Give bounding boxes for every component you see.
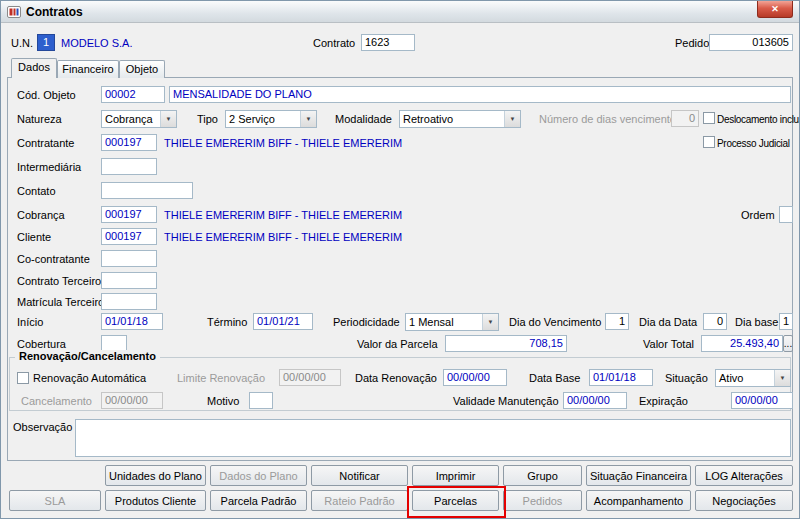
pedido-field[interactable]: 013605 bbox=[709, 34, 793, 51]
contato-label: Contato bbox=[17, 183, 56, 200]
motivo-field[interactable] bbox=[249, 392, 273, 409]
valor-parcela-field[interactable]: 708,15 bbox=[445, 335, 567, 352]
intermediaria-field[interactable] bbox=[101, 158, 157, 175]
situacao-select[interactable]: Ativo bbox=[715, 369, 791, 387]
pedidos-button[interactable]: Pedidos bbox=[503, 490, 582, 511]
co-contratante-field[interactable] bbox=[101, 250, 157, 267]
close-button[interactable]: ✕ bbox=[757, 1, 793, 18]
inicio-label: Início bbox=[17, 314, 43, 331]
natureza-select[interactable]: Cobrança bbox=[101, 110, 177, 128]
parcelas-button[interactable]: Parcelas bbox=[412, 490, 499, 511]
dia-base-field[interactable]: 1 bbox=[779, 313, 793, 330]
dias-vencimento-label: Número de dias vencimento bbox=[539, 111, 676, 128]
matricula-terceiro-label: Matrícula Terceiro bbox=[17, 294, 104, 311]
dia-data-label: Dia da Data bbox=[639, 314, 697, 331]
rateio-padrao-button[interactable]: Rateio Padrão bbox=[311, 490, 408, 511]
acompanhamento-button[interactable]: Acompanhamento bbox=[586, 490, 691, 511]
periodicidade-select[interactable]: 1 Mensal bbox=[405, 313, 499, 331]
un-field[interactable]: 1 bbox=[37, 34, 55, 51]
cobranca-label: Cobrança bbox=[17, 207, 65, 224]
cliente-name: THIELE EMERERIM BIFF - THIELE EMERERIM bbox=[164, 229, 402, 246]
data-base-label: Data Base bbox=[529, 370, 580, 387]
data-base-field[interactable]: 01/01/18 bbox=[589, 369, 653, 386]
validade-manutencao-label: Validade Manutenção bbox=[453, 393, 559, 410]
cod-objeto-desc-field[interactable]: MENSALIDADE DO PLANO bbox=[169, 86, 791, 103]
limite-renovacao-label: Limite Renovação bbox=[177, 370, 265, 387]
chevron-down-icon[interactable] bbox=[160, 111, 176, 127]
inicio-field[interactable]: 01/01/18 bbox=[101, 313, 163, 330]
chevron-down-icon[interactable] bbox=[774, 370, 790, 386]
chevron-down-icon[interactable] bbox=[482, 314, 498, 330]
deslocamento-label: Deslocamento incluso bbox=[717, 111, 800, 128]
dia-data-field[interactable]: 0 bbox=[703, 313, 727, 330]
deslocamento-checkbox[interactable] bbox=[703, 112, 715, 124]
data-renovacao-label: Data Renovação bbox=[355, 370, 437, 387]
valor-parcela-label: Valor da Parcela bbox=[357, 336, 438, 353]
contratos-window: Contratos ✕ U.N. 1 MODELO S.A. Contrato … bbox=[0, 0, 800, 519]
imprimir-button[interactable]: Imprimir bbox=[412, 465, 499, 486]
ordem-field[interactable] bbox=[779, 206, 793, 223]
observacao-textarea[interactable] bbox=[75, 419, 791, 457]
ordem-label: Ordem bbox=[741, 207, 775, 224]
valor-total-field[interactable]: 25.493,40 bbox=[701, 335, 783, 352]
data-renovacao-field[interactable]: 00/00/00 bbox=[443, 369, 507, 386]
dia-base-label: Dia base bbox=[735, 314, 778, 331]
contrato-label: Contrato bbox=[313, 35, 355, 52]
intermediaria-label: Intermediária bbox=[17, 159, 81, 176]
renovacao-group-title: Renovação/Cancelamento bbox=[15, 350, 160, 362]
termino-label: Término bbox=[207, 314, 247, 331]
cancelamento-label: Cancelamento bbox=[21, 393, 92, 410]
periodicidade-label: Periodicidade bbox=[333, 314, 400, 331]
negociacoes-button[interactable]: Negociações bbox=[695, 490, 793, 511]
tipo-select[interactable]: 2 Serviço bbox=[225, 110, 317, 128]
dados-do-plano-button[interactable]: Dados do Plano bbox=[210, 465, 307, 486]
un-label: U.N. bbox=[11, 35, 33, 52]
cliente-code-field[interactable]: 000197 bbox=[101, 228, 157, 245]
parcela-padrao-button[interactable]: Parcela Padrão bbox=[210, 490, 307, 511]
grupo-button[interactable]: Grupo bbox=[503, 465, 582, 486]
observacao-label: Observação bbox=[13, 419, 72, 436]
processo-judicial-checkbox[interactable] bbox=[703, 136, 715, 148]
contratante-label: Contratante bbox=[17, 135, 74, 152]
contratante-name: THIELE EMERERIM BIFF - THIELE EMERERIM bbox=[164, 135, 402, 152]
limite-renovacao-field[interactable]: 00/00/00 bbox=[279, 369, 341, 386]
processo-judicial-label: Processo Judicial bbox=[717, 135, 790, 152]
dias-vencimento-field[interactable]: 0 bbox=[671, 110, 699, 127]
chevron-down-icon[interactable] bbox=[504, 111, 520, 127]
chevron-down-icon[interactable] bbox=[300, 111, 316, 127]
contrato-terceiro-label: Contrato Terceiro bbox=[17, 273, 101, 290]
modalidade-label: Modalidade bbox=[335, 111, 392, 128]
tab-dados[interactable]: Dados bbox=[11, 58, 57, 78]
cliente-label: Cliente bbox=[17, 229, 51, 246]
valor-total-more-button[interactable]: ... bbox=[783, 335, 793, 352]
cobranca-code-field[interactable]: 000197 bbox=[101, 206, 157, 223]
contrato-field[interactable]: 1623 bbox=[361, 34, 415, 51]
screen: Contratos ✕ U.N. 1 MODELO S.A. Contrato … bbox=[0, 0, 800, 521]
dia-vencimento-field[interactable]: 1 bbox=[605, 313, 629, 330]
modalidade-select[interactable]: Retroativo bbox=[399, 110, 521, 128]
cancelamento-field[interactable]: 00/00/00 bbox=[101, 392, 163, 409]
contrato-terceiro-field[interactable] bbox=[101, 272, 157, 289]
validade-manutencao-field[interactable]: 00/00/00 bbox=[563, 392, 627, 409]
app-icon bbox=[7, 5, 21, 19]
situacao-financeira-button[interactable]: Situação Financeira bbox=[586, 465, 691, 486]
un-name: MODELO S.A. bbox=[61, 35, 133, 52]
unidades-do-plano-button[interactable]: Unidades do Plano bbox=[105, 465, 206, 486]
matricula-terceiro-field[interactable] bbox=[101, 293, 157, 310]
notificar-button[interactable]: Notificar bbox=[311, 465, 408, 486]
expiracao-field[interactable]: 00/00/00 bbox=[731, 392, 793, 409]
co-contratante-label: Co-contratante bbox=[17, 251, 90, 268]
renovacao-automatica-checkbox[interactable] bbox=[17, 372, 29, 384]
log-alteracoes-button[interactable]: LOG Alterações bbox=[695, 465, 793, 486]
tab-financeiro[interactable]: Financeiro bbox=[57, 60, 119, 78]
contratante-code-field[interactable]: 000197 bbox=[101, 134, 157, 151]
title-bar[interactable]: Contratos ✕ bbox=[1, 1, 799, 23]
termino-field[interactable]: 01/01/21 bbox=[253, 313, 313, 330]
sla-button[interactable]: SLA bbox=[9, 490, 101, 511]
contato-field[interactable] bbox=[101, 182, 193, 199]
produtos-cliente-button[interactable]: Produtos Cliente bbox=[105, 490, 206, 511]
tab-objeto[interactable]: Objeto bbox=[119, 60, 165, 78]
dia-vencimento-label: Dia do Vencimento bbox=[509, 314, 601, 331]
expiracao-label: Expiração bbox=[639, 393, 688, 410]
cod-objeto-code-field[interactable]: 00002 bbox=[101, 86, 165, 103]
